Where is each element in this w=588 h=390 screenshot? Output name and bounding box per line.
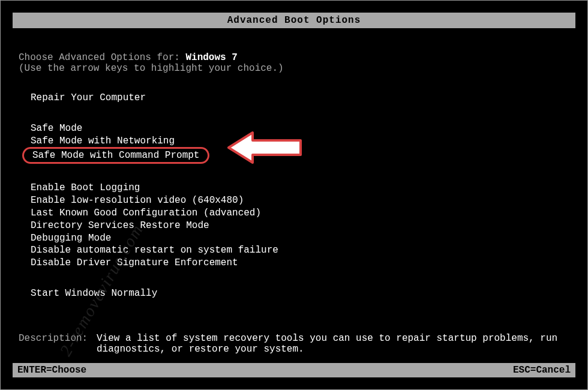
content-area: Choose Advanced Options for: Windows 7 (… xyxy=(1,52,587,355)
menu-item-last-known[interactable]: Last Known Good Configuration (advanced) xyxy=(31,207,569,220)
menu-item-safe-mode-networking[interactable]: Safe Mode with Networking xyxy=(31,135,569,148)
menu-item-disable-restart[interactable]: Disable automatic restart on system fail… xyxy=(31,244,569,257)
intro-section: Choose Advanced Options for: Windows 7 (… xyxy=(19,52,569,74)
menu-group-safe: Safe Mode Safe Mode with Networking Safe… xyxy=(31,122,569,164)
footer-esc-hint: ESC=Cancel xyxy=(513,365,571,376)
intro-prefix: Choose Advanced Options for: xyxy=(19,52,185,63)
screen-title: Advanced Boot Options xyxy=(227,15,361,26)
boot-menu[interactable]: Repair Your Computer Safe Mode Safe Mode… xyxy=(19,92,569,300)
menu-item-disable-driver-sig[interactable]: Disable Driver Signature Enforcement xyxy=(31,257,569,269)
description-section: Description: View a list of system recov… xyxy=(19,333,569,355)
menu-group-normal: Start Windows Normally xyxy=(31,287,569,300)
menu-item-safe-mode[interactable]: Safe Mode xyxy=(31,122,569,135)
footer-bar: ENTER=Choose ESC=Cancel xyxy=(13,363,575,377)
footer-enter-hint: ENTER=Choose xyxy=(17,365,86,376)
intro-hint: (Use the arrow keys to highlight your ch… xyxy=(19,63,569,74)
menu-item-ds-restore[interactable]: Directory Services Restore Mode xyxy=(31,220,569,232)
menu-item-debugging[interactable]: Debugging Mode xyxy=(31,232,569,245)
description-text: View a list of system recovery tools you… xyxy=(97,333,569,355)
os-name: Windows 7 xyxy=(185,52,237,63)
menu-item-boot-logging[interactable]: Enable Boot Logging xyxy=(31,182,569,194)
menu-item-safe-mode-cmd-wrapper[interactable]: Safe Mode with Command Prompt xyxy=(31,147,569,164)
menu-item-safe-mode-cmd[interactable]: Safe Mode with Command Prompt xyxy=(22,147,209,164)
description-label: Description: xyxy=(19,333,97,355)
menu-item-repair[interactable]: Repair Your Computer xyxy=(31,92,569,104)
menu-group-advanced: Enable Boot Logging Enable low-resolutio… xyxy=(31,182,569,269)
menu-item-start-normally[interactable]: Start Windows Normally xyxy=(31,287,569,300)
title-bar: Advanced Boot Options xyxy=(13,13,575,28)
menu-item-low-res[interactable]: Enable low-resolution video (640x480) xyxy=(31,194,569,207)
